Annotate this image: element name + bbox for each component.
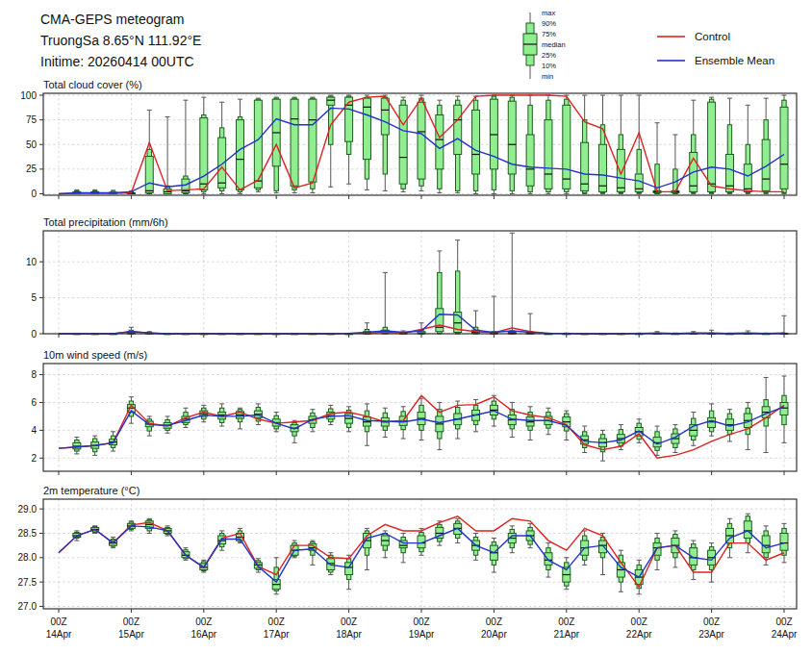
x-tick-label-hour: 00Z [341,616,357,627]
box-plot [399,407,407,439]
cloud-cover-panel: 0255075100Total cloud cover (%) [20,79,797,199]
box-plot [508,526,516,553]
box-plot [490,95,497,193]
box-plot [581,95,589,193]
legend-series-label: Control [695,31,730,42]
box-plot [744,105,751,193]
legend-box-label: median [542,40,566,49]
box-plot [145,416,153,436]
box-plot [237,408,244,429]
legend-box-label: 10% [542,62,556,70]
x-tick-label-hour: 00Z [775,616,792,627]
panel-title: 2m temperature (°C) [43,485,140,496]
x-tick-label-hour: 00Z [195,616,212,627]
boxplot-legend: max90%75%median25%10%minControlEnsemble … [523,9,774,81]
y-tick-label: 0 [31,329,37,340]
box-plot [182,100,190,193]
x-tick-label-hour: 00Z [558,616,574,627]
box-plot [617,550,624,591]
meteogram-screen: CMA-GEPS meteogram TruongSa 8.65°N 111.9… [0,0,812,654]
box-plot [345,407,353,432]
box-plot [418,95,425,190]
y-tick-label: 27.5 [18,577,38,588]
x-tick-label-day: 15Apr [118,629,144,640]
y-tick-label: 8 [31,369,37,380]
y-tick-label: 29.0 [18,504,38,515]
y-tick-label: 50 [26,139,38,150]
box-plot [254,404,262,425]
box-plot [73,438,81,454]
x-tick-label-day: 20Apr [481,629,507,640]
y-tick-label: 4 [31,425,37,436]
x-tick-label-hour: 00Z [50,616,66,627]
box-plot [399,533,407,562]
y-tick-label: 0 [31,189,37,199]
x-tick-label-day: 19Apr [409,629,435,640]
box-plot [254,98,262,191]
box-plot [272,558,280,594]
box-plot [690,413,698,446]
legend-box-label: 75% [542,30,556,38]
x-tick-label-day: 18Apr [336,629,362,640]
y-tick-label: 10 [26,257,38,267]
y-tick-label: 28.5 [18,528,38,539]
y-tick-label: 100 [20,90,37,101]
panel-title: Total cloud cover (%) [43,79,142,90]
y-tick-label: 25 [26,164,38,174]
y-tick-label: 27.0 [18,601,38,612]
box-plot [563,558,571,590]
box-plot [381,95,389,190]
box-plot [490,539,497,572]
box-plot [744,402,751,449]
box-plot [708,97,716,193]
box-plot [508,233,516,334]
x-tick-label-hour: 00Z [413,616,429,627]
y-tick-label: 28.0 [18,552,38,563]
box-plot [381,408,389,437]
box-plot [672,135,679,193]
panel-title: Total precipitation (mm/6h) [43,216,168,228]
legend-box-label: max [542,9,555,17]
box-plot [508,95,516,193]
box-plot [237,528,244,542]
box-plot [436,251,444,334]
box-plot [526,95,534,193]
box-plot [182,548,190,561]
y-tick-label: 5 [31,292,37,303]
box-plot [599,95,607,193]
x-tick-label-hour: 00Z [486,616,502,627]
box-plot [780,95,788,193]
box-plot [345,555,353,589]
box-plot [780,315,788,334]
box-plot [599,430,607,461]
legend-box-label: min [542,72,553,81]
box-plot [127,327,135,334]
box-plot [309,541,317,565]
x-tick-label-day: 24Apr [772,629,798,640]
box-plot [363,95,370,189]
box-plot [291,97,298,192]
y-tick-label: 2 [31,453,37,464]
precipitation-panel: 0510Total precipitation (mm/6h) [26,216,797,340]
panel-title: 10m wind speed (m/s) [43,349,147,361]
meteogram-chart: 0255075100Total cloud cover (%)0510Total… [0,0,812,654]
temperature-panel: 27.027.528.028.529.02m temperature (°C) [18,485,797,613]
box-plot [218,404,226,426]
box-plot [436,521,444,545]
wind-speed-panel: 246810m wind speed (m/s) [31,349,797,475]
box-plot [381,272,389,334]
box-plot [472,96,480,193]
x-tick-label-hour: 00Z [703,616,720,627]
box-plot [291,420,298,442]
legend-box-label: 25% [542,51,556,60]
y-tick-label: 6 [31,397,37,408]
box-plot [526,407,534,440]
box-plot [690,541,698,580]
box-plot [454,96,462,192]
box-plot [363,404,370,445]
x-tick-label-day: 14Apr [46,629,72,640]
x-tick-label-hour: 00Z [268,616,285,627]
box-plot [237,99,244,193]
x-tick-label-hour: 00Z [123,616,140,627]
box-plot [545,95,552,193]
